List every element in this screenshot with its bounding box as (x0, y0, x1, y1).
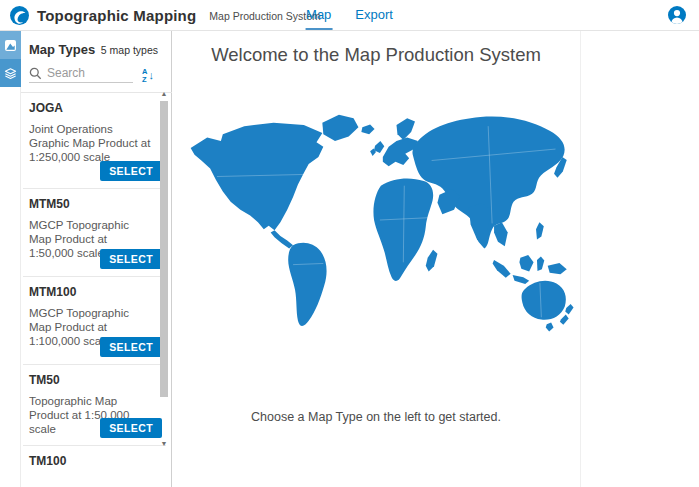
world-map-container (172, 93, 580, 339)
layers-tool-icon[interactable] (0, 59, 21, 87)
map-types-sidebar: Map Types 5 map types A Z (0, 31, 172, 487)
scroll-down-icon[interactable]: ▼ (159, 437, 169, 449)
app-title: Topographic Mapping (37, 7, 196, 24)
sidebar-scrollbar[interactable]: ▲ ▼ (159, 87, 169, 449)
panel-title: Map Types (29, 42, 95, 57)
list-item-mtm50: MTM50 MGCP Topographic Map Product at 1:… (23, 189, 166, 277)
list-item-mtm100: MTM100 MGCP Topographic Map Product at 1… (23, 277, 166, 365)
search-icon (29, 67, 42, 80)
globe-logo-icon (10, 6, 29, 25)
map-type-name: MTM100 (29, 277, 166, 299)
map-types-panel: Map Types 5 map types A Z (21, 31, 172, 487)
world-map-image (176, 93, 576, 339)
map-type-list: JOGA Joint Operations Graphic Map Produc… (21, 93, 172, 487)
sort-alpha-icon[interactable]: A Z ↓ (142, 68, 154, 83)
select-button[interactable]: SELECT (100, 418, 162, 438)
scroll-up-icon[interactable]: ▲ (159, 87, 169, 99)
sidebar-icon-strip (0, 31, 21, 487)
tab-export[interactable]: Export (354, 0, 394, 30)
scrollbar-thumb[interactable] (160, 101, 168, 397)
map-type-name: TM50 (29, 365, 166, 387)
select-button[interactable]: SELECT (100, 161, 162, 181)
top-tabs: Map Export (305, 0, 394, 30)
list-item-tm100: TM100 SELECT (23, 446, 166, 487)
app-header: Topographic Mapping Map Production Syste… (0, 0, 699, 31)
map-type-name: TM100 (29, 446, 166, 468)
select-button[interactable]: SELECT (100, 249, 162, 269)
sort-down-arrow: ↓ (148, 70, 154, 81)
map-type-name: JOGA (29, 93, 166, 115)
instruction-text: Choose a Map Type on the left to get sta… (172, 410, 580, 424)
tab-map[interactable]: Map (305, 0, 332, 30)
list-item-tm50: TM50 Topographic Map Product at 1:50,000… (23, 365, 166, 446)
search-box (29, 66, 133, 83)
basemap-tool-icon[interactable] (0, 31, 21, 59)
welcome-title: Welcome to the Map Production System (172, 44, 580, 66)
welcome-panel: Welcome to the Map Production System (172, 31, 581, 487)
search-input[interactable] (42, 66, 127, 80)
select-button[interactable]: SELECT (100, 337, 162, 357)
main-content: Welcome to the Map Production System (172, 31, 699, 487)
sort-letter-z: Z (142, 76, 147, 84)
list-item-joga: JOGA Joint Operations Graphic Map Produc… (23, 93, 166, 189)
user-avatar-icon[interactable] (668, 6, 686, 28)
map-type-description: Joint Operations Graphic Map Product at … (29, 122, 153, 164)
map-type-count: 5 map types (101, 44, 158, 56)
map-type-name: MTM50 (29, 189, 166, 211)
